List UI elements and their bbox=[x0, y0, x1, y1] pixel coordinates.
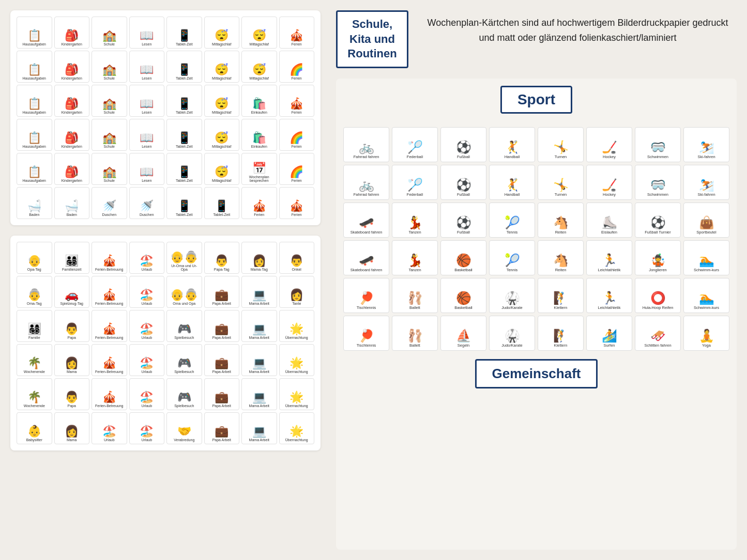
family-card-item: 👴👵 Ur-Oma und Ur-Opa bbox=[166, 242, 202, 274]
sport-card-label: Tischtennis bbox=[357, 344, 376, 348]
card-item: 😴 Mittagschlaf bbox=[204, 85, 240, 117]
sport-card-label: Fußball bbox=[457, 155, 470, 160]
sport-card-label: Fußball bbox=[457, 193, 470, 197]
family-card-item: 👵 Oma-Tag bbox=[17, 276, 52, 308]
sport-card-label: Tennis bbox=[507, 268, 518, 273]
family-card-grid: 👴 Opa-Tag 👨‍👩‍👧‍👦 Familienzeit 🎪 Ferien-… bbox=[17, 242, 314, 444]
family-card-item: 👩 Tante bbox=[279, 276, 315, 308]
sport-card-icon: 🏸 bbox=[407, 179, 423, 191]
sport-card-item: 🛷 Schlitten fahren bbox=[635, 316, 681, 351]
card-label: Urlaub bbox=[141, 370, 152, 374]
sport-card-icon: 🐴 bbox=[553, 254, 569, 267]
card-icon: 🏖️ bbox=[140, 392, 154, 403]
sport-card-label: Eislaufen bbox=[601, 230, 617, 235]
sport-card-item: 🤸 Turnen bbox=[538, 127, 584, 162]
sport-card-label: Leichtathletik bbox=[598, 306, 621, 310]
card-icon: 🎪 bbox=[102, 392, 116, 403]
sport-card-label: Surfen bbox=[603, 344, 615, 348]
card-label: Papa Arbeit bbox=[212, 302, 231, 306]
card-label: Lesen bbox=[142, 76, 151, 81]
card-label: Mama Arbeit bbox=[249, 404, 269, 408]
sport-card-item: 🩰 Ballett bbox=[392, 278, 438, 313]
family-card-item: 🏖️ Urlaub bbox=[129, 378, 165, 410]
card-icon: 🎒 bbox=[65, 98, 79, 110]
card-label: Hausaufgaben bbox=[22, 145, 46, 149]
card-label: Spielbesuch bbox=[174, 370, 194, 374]
sport-card-item: ⚽ Fußball bbox=[440, 127, 486, 162]
card-icon: 📱 bbox=[177, 166, 191, 178]
top-card-grid-section: 📋 Hausaufgaben 🎒 Kindergarten 🏫 Schule 📖… bbox=[10, 10, 321, 225]
card-icon: 📋 bbox=[27, 30, 41, 41]
card-icon: 😴 bbox=[215, 132, 228, 144]
card-icon: 🎪 bbox=[102, 255, 116, 267]
sport-card-label: Ballett bbox=[409, 344, 420, 348]
sport-card-item: ⭕ Hula-Hoop Reifen bbox=[635, 278, 681, 313]
card-label: Urlaub bbox=[141, 268, 152, 272]
card-label: Mama bbox=[67, 370, 77, 374]
card-label: Spielbesuch bbox=[174, 336, 194, 340]
sport-card-item: ⛸️ Eislaufen bbox=[586, 203, 632, 238]
card-item: 🏫 Schule bbox=[92, 85, 127, 117]
card-icon: 📋 bbox=[27, 166, 41, 178]
card-icon: 📋 bbox=[27, 64, 41, 75]
family-card-item: 🌟 Übernachtung bbox=[279, 310, 315, 342]
sport-card-item: 🏃 Leichtathletik bbox=[586, 240, 632, 275]
family-card-item: 👴 Opa-Tag bbox=[17, 242, 52, 274]
card-item: 📖 Lesen bbox=[129, 119, 165, 151]
sport-card-icon: 🤸 bbox=[553, 179, 569, 191]
schule-badge: Schule,Kita undRoutinen bbox=[336, 10, 408, 68]
card-label: Tablet-Zeit bbox=[176, 179, 193, 183]
card-icon: 🏖️ bbox=[140, 323, 154, 335]
card-icon: 🌈 bbox=[289, 166, 303, 178]
sport-card-label: Leichtathletik bbox=[598, 268, 621, 273]
card-icon: 💻 bbox=[252, 323, 266, 335]
sport-card-label: Schwimm-kurs bbox=[694, 306, 719, 310]
sport-card-label: Hula-Hoop Reifen bbox=[643, 306, 674, 310]
family-card-item: 🎮 Spielbesuch bbox=[166, 310, 202, 342]
top-description: Wochenplan-Kärtchen sind auf hochwertige… bbox=[419, 10, 737, 68]
card-label: Ferien-Betreuung bbox=[95, 370, 123, 374]
card-icon: 😴 bbox=[215, 64, 228, 75]
card-label: Mama Arbeit bbox=[249, 438, 269, 442]
family-card-item: 💻 Mama Arbeit bbox=[241, 412, 277, 444]
card-icon: 🏫 bbox=[102, 132, 116, 144]
main-layout: 📋 Hausaufgaben 🎒 Kindergarten 🏫 Schule 📖… bbox=[0, 0, 747, 560]
card-icon: 👶 bbox=[27, 426, 41, 437]
sport-card-icon: 🛹 bbox=[359, 254, 374, 267]
sport-card-label: Basketball bbox=[454, 268, 472, 273]
card-icon: 👴👵 bbox=[170, 252, 198, 263]
sport-card-item: ⚽ Fußball bbox=[440, 165, 486, 200]
family-card-item: 🌴 Wochenende bbox=[17, 378, 52, 410]
sport-card-icon: 🥽 bbox=[650, 179, 666, 191]
family-card-item: 👩 Mama-Tag bbox=[241, 242, 277, 274]
sport-card-icon: 🩰 bbox=[407, 292, 423, 304]
card-label: Mama-Tag bbox=[251, 268, 268, 272]
family-card-item: 💻 Mama Arbeit bbox=[241, 344, 277, 376]
sport-card-icon: 🏀 bbox=[456, 292, 471, 304]
card-item: 🎒 Kindergarten bbox=[54, 119, 90, 151]
sport-card-label: Klettern bbox=[554, 306, 568, 310]
card-icon: 📱 bbox=[177, 200, 191, 212]
sport-card-icon: 🧘 bbox=[699, 330, 714, 342]
card-label: Familie bbox=[28, 336, 40, 340]
card-icon: 😴 bbox=[215, 166, 228, 178]
sport-card-label: Fahrrad fahren bbox=[354, 193, 379, 197]
card-icon: 🎪 bbox=[102, 323, 116, 335]
card-icon: 🎒 bbox=[65, 30, 79, 41]
card-label: Papa Arbeit bbox=[212, 438, 231, 442]
sport-card-icon: 🏀 bbox=[456, 254, 471, 267]
family-card-item: 💼 Papa Arbeit bbox=[204, 310, 240, 342]
sport-card-icon: ⭕ bbox=[650, 292, 666, 304]
card-icon: 🏖️ bbox=[140, 426, 154, 437]
card-icon: 🚿 bbox=[102, 200, 116, 212]
card-label: Ferien bbox=[254, 213, 264, 217]
sport-card-label: Sportbeutel bbox=[696, 230, 716, 235]
card-item: 🛍️ Einkaufen bbox=[241, 119, 277, 151]
card-icon: 💼 bbox=[215, 289, 228, 301]
card-icon: 🌈 bbox=[289, 132, 303, 144]
card-icon: 🎒 bbox=[65, 132, 79, 144]
sport-card-item: 🏒 Hockey bbox=[586, 165, 632, 200]
card-item: 🚿 Duschen bbox=[92, 187, 127, 219]
card-label: Spielbesuch bbox=[174, 404, 194, 408]
card-icon: 💼 bbox=[215, 357, 228, 369]
